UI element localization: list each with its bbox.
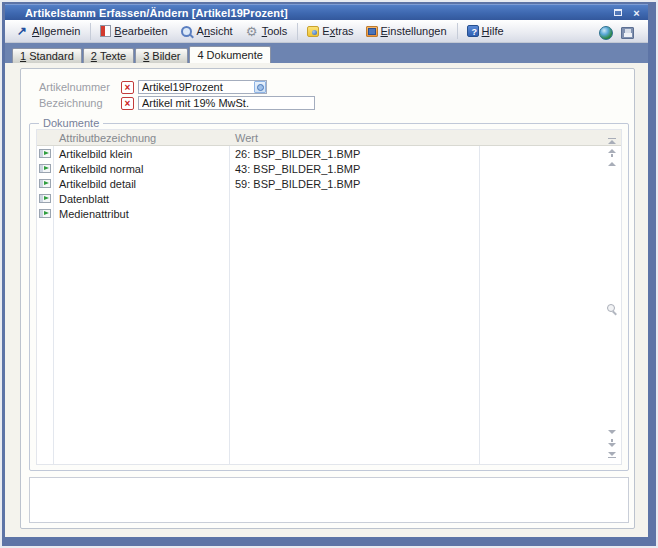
menu-item[interactable]: Bearbeiten (94, 23, 173, 39)
bezeichnung-input[interactable] (138, 96, 315, 110)
tab-number: 1 (20, 50, 26, 62)
menu-item[interactable]: Ansicht (174, 23, 239, 40)
scroll-up-button[interactable] (608, 162, 616, 166)
menu-item-label: Extras (322, 25, 353, 37)
table-header: Attributbezeichnung Wert (37, 130, 621, 146)
globe-icon[interactable] (599, 26, 613, 40)
screenshot-root: Artikelstamm Erfassen/Ändern [Artikel19P… (0, 0, 658, 548)
menu-item[interactable]: Extras (301, 23, 359, 39)
menu-item-label: Allgemein (32, 25, 80, 37)
content-area: Artikelnummer Bezeichnung (5, 63, 648, 537)
wert-column-header[interactable]: Wert (229, 132, 479, 144)
menu-item-icon (245, 25, 259, 38)
media-attachment-icon[interactable] (39, 149, 51, 158)
table-row[interactable]: Medienattribut (37, 206, 621, 221)
menu-item-label: Tools (262, 25, 288, 37)
tab-number: 2 (91, 50, 97, 62)
attribute-table: Attributbezeichnung Wert (36, 129, 622, 465)
scroll-up-icon (608, 162, 616, 166)
tab[interactable]: 2 Texte (83, 48, 134, 63)
table-row[interactable]: Artikelbild detail 59: BSP_BILDER_1.BMP (37, 176, 621, 191)
menu-item-icon (180, 25, 194, 38)
scroll-page-down-button[interactable] (608, 439, 616, 447)
scroll-first-icon (608, 140, 616, 144)
menu-item-label: Hilfe (482, 25, 504, 37)
clear-artikelnummer-button[interactable] (121, 81, 134, 94)
menu-item-icon (15, 25, 29, 38)
tab-label: Dokumente (207, 49, 263, 61)
tabstrip: 1 Standard 2 Texte 3 Bilder 4 Dokumente (5, 43, 648, 63)
bezeichnung-row: Bezeichnung (39, 96, 315, 110)
menu-item-icon (467, 25, 479, 37)
menu-item[interactable]: Hilfe (461, 23, 510, 39)
media-attachment-icon[interactable] (39, 209, 51, 218)
artikelnummer-input[interactable] (138, 80, 267, 94)
bezeichnung-label: Bezeichnung (39, 97, 121, 109)
tab[interactable]: 3 Bilder (135, 48, 188, 63)
menu-item-label: Einstellungen (381, 25, 447, 37)
restore-icon (614, 9, 622, 16)
attr-column-header[interactable]: Attributbezeichnung (53, 132, 229, 144)
attribute-value-cell: 59: BSP_BILDER_1.BMP (229, 178, 479, 190)
close-icon: × (633, 8, 639, 18)
bottom-empty-panel (29, 477, 629, 523)
menu-item-icon (100, 25, 111, 37)
menu-item-icon (307, 26, 319, 37)
menu-item[interactable]: Allgemein (9, 23, 91, 40)
tab-number: 3 (143, 50, 149, 62)
tab-label: Standard (29, 50, 74, 62)
tab[interactable]: 4 Dokumente (189, 46, 270, 63)
clear-bezeichnung-button[interactable] (121, 97, 134, 110)
table-row[interactable]: Datenblatt (37, 191, 621, 206)
table-row[interactable]: Artikelbild klein 26: BSP_BILDER_1.BMP (37, 146, 621, 161)
dokumente-legend: Dokumente (39, 117, 103, 129)
artikelnummer-row: Artikelnummer (39, 80, 267, 94)
attribute-value-cell: 43: BSP_BILDER_1.BMP (229, 163, 479, 175)
tab-label: Texte (100, 50, 126, 62)
scroll-page-up-button[interactable] (608, 149, 616, 157)
attribute-name-cell: Medienattribut (53, 208, 229, 220)
attribute-value-cell: 26: BSP_BILDER_1.BMP (229, 148, 479, 160)
dokumente-tab-panel: Artikelnummer Bezeichnung (20, 68, 635, 529)
attribute-name-cell: Datenblatt (53, 193, 229, 205)
attribute-name-cell: Artikelbild normal (53, 163, 229, 175)
window-title: Artikelstamm Erfassen/Ändern [Artikel19P… (25, 7, 610, 19)
scroll-first-button[interactable] (608, 138, 616, 144)
menu-item-label: Ansicht (197, 25, 233, 37)
menu-item[interactable]: Einstellungen (360, 23, 458, 39)
scroll-last-button[interactable] (608, 452, 616, 458)
tab-number: 4 (197, 49, 203, 61)
search-button[interactable] (607, 304, 618, 315)
table-scroll-strip (605, 138, 619, 458)
table-row[interactable]: Artikelbild normal 43: BSP_BILDER_1.BMP (37, 161, 621, 176)
menu-item[interactable]: Tools (239, 23, 299, 40)
tab-label: Bilder (152, 50, 180, 62)
save-icon[interactable] (621, 27, 634, 39)
menu-item-label: Bearbeiten (114, 25, 167, 37)
app-window: Artikelstamm Erfassen/Ändern [Artikel19P… (2, 2, 656, 546)
artikelnummer-lookup-button[interactable] (254, 81, 266, 93)
close-button[interactable]: × (629, 7, 644, 19)
media-attachment-icon[interactable] (39, 164, 51, 173)
scroll-page-up-icon (608, 149, 616, 153)
scroll-last-icon (608, 452, 616, 456)
tab[interactable]: 1 Standard (12, 48, 82, 63)
scroll-down-button[interactable] (608, 430, 616, 434)
attribute-name-cell: Artikelbild klein (53, 148, 229, 160)
table-body: Artikelbild klein 26: BSP_BILDER_1.BMP A… (37, 146, 621, 464)
artikelnummer-label: Artikelnummer (39, 81, 121, 93)
menubar: Allgemein Bearbeiten Ansicht Tools (5, 20, 648, 43)
dokumente-groupbox: Dokumente Attributbezeichnung Wert (29, 123, 629, 471)
menu-item-icon (366, 26, 378, 37)
attribute-name-cell: Artikelbild detail (53, 178, 229, 190)
media-attachment-icon[interactable] (39, 179, 51, 188)
media-attachment-icon[interactable] (39, 194, 51, 203)
restore-button[interactable] (610, 7, 625, 19)
scroll-page-down-icon (608, 443, 616, 447)
titlebar: Artikelstamm Erfassen/Ändern [Artikel19P… (5, 4, 648, 20)
scroll-down-icon (608, 430, 616, 434)
